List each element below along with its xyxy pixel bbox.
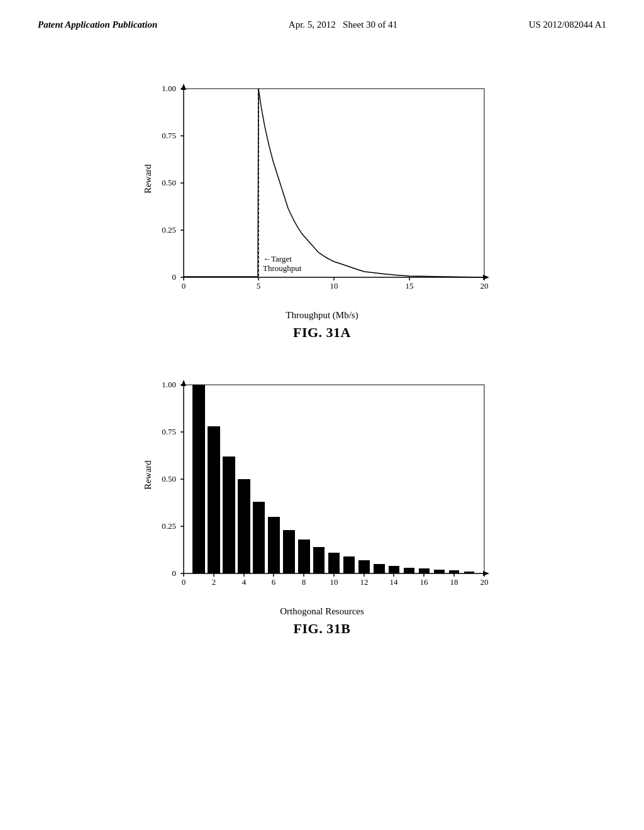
fig31a-x-label: Throughput (Mb/s) xyxy=(140,310,504,321)
bar-3 xyxy=(223,456,235,573)
svg-text:14: 14 xyxy=(390,577,399,587)
page-header: Patent Application Publication Apr. 5, 2… xyxy=(0,0,644,32)
svg-text:0: 0 xyxy=(172,568,177,578)
svg-text:←Target: ←Target xyxy=(263,254,292,263)
svg-text:1.00: 1.00 xyxy=(162,84,176,93)
fig31a-container: Reward 0 0.25 xyxy=(140,76,504,341)
bar-14 xyxy=(389,566,399,573)
bar-10 xyxy=(328,553,340,573)
bar-16 xyxy=(419,568,430,573)
svg-text:0: 0 xyxy=(172,272,177,282)
bar-6 xyxy=(268,517,280,573)
fig31a-title: FIG. 31A xyxy=(140,324,504,341)
bar-11 xyxy=(343,556,355,573)
publication-label: Patent Application Publication xyxy=(38,19,157,30)
bar-7 xyxy=(283,530,295,573)
svg-text:10: 10 xyxy=(330,577,338,587)
bar-18 xyxy=(449,570,459,573)
fig31b-title: FIG. 31B xyxy=(140,621,504,637)
svg-text:0.50: 0.50 xyxy=(162,178,176,187)
bar-13 xyxy=(374,564,385,573)
bar-8 xyxy=(298,540,310,573)
bar-15 xyxy=(404,568,414,573)
bar-9 xyxy=(313,547,325,573)
svg-text:6: 6 xyxy=(272,577,276,587)
header-left: Patent Application Publication xyxy=(38,18,157,32)
fig31b-chart: 0 0.25 0.50 0.75 1.00 0 2 4 6 8 10 12 xyxy=(140,372,504,605)
page-content: Reward 0 0.25 xyxy=(0,32,644,656)
bar-19 xyxy=(464,572,474,573)
bar-12 xyxy=(358,560,370,573)
bar-4 xyxy=(238,479,250,573)
svg-text:4: 4 xyxy=(242,577,247,587)
bar-2 xyxy=(208,426,220,573)
svg-text:8: 8 xyxy=(302,577,306,587)
svg-text:10: 10 xyxy=(330,281,338,290)
fig31a-y-label: Reward xyxy=(143,164,153,194)
svg-text:0.25: 0.25 xyxy=(162,521,176,531)
header-right: US 2012/082044 A1 xyxy=(529,18,606,32)
svg-text:16: 16 xyxy=(420,577,429,587)
fig31b-container: Reward 0 0.25 0.50 0.75 1 xyxy=(140,372,504,637)
fig31a-chart: 0 0.25 0.50 0.75 1.00 0 5 10 xyxy=(140,76,504,309)
fig31b-y-label: Reward xyxy=(143,460,153,490)
svg-text:2: 2 xyxy=(212,577,216,587)
bar-1 xyxy=(192,385,205,573)
svg-text:0: 0 xyxy=(182,577,186,587)
svg-text:0.25: 0.25 xyxy=(162,225,176,235)
svg-text:20: 20 xyxy=(480,577,489,587)
svg-text:1.00: 1.00 xyxy=(162,380,176,389)
patent-number: US 2012/082044 A1 xyxy=(529,19,606,30)
svg-text:15: 15 xyxy=(406,281,414,290)
svg-text:0: 0 xyxy=(182,281,186,290)
svg-text:Throughput: Throughput xyxy=(263,263,302,273)
svg-text:5: 5 xyxy=(257,281,261,290)
date-label: Apr. 5, 2012 xyxy=(289,19,336,30)
svg-text:0.75: 0.75 xyxy=(162,131,176,140)
svg-text:18: 18 xyxy=(450,577,458,587)
header-center: Apr. 5, 2012 Sheet 30 of 41 xyxy=(289,18,397,32)
fig31b-x-label: Orthogonal Resources xyxy=(140,606,504,617)
svg-text:20: 20 xyxy=(480,281,489,290)
svg-text:12: 12 xyxy=(360,577,369,587)
svg-text:0.75: 0.75 xyxy=(162,427,176,436)
sheet-label: Sheet 30 of 41 xyxy=(343,19,397,30)
svg-text:0.50: 0.50 xyxy=(162,474,176,484)
bar-5 xyxy=(253,502,265,573)
bar-17 xyxy=(434,570,445,573)
